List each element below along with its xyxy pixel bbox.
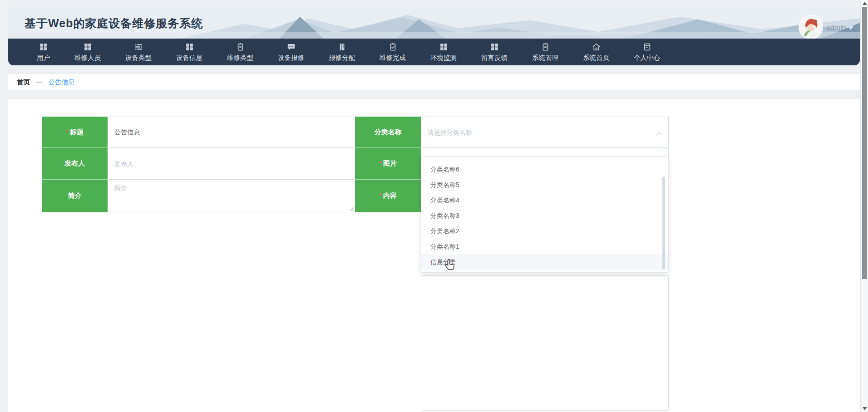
nav-item-repair-assignment[interactable]: 报修分配 bbox=[316, 39, 367, 65]
grid-icon bbox=[39, 43, 47, 51]
category-select[interactable] bbox=[421, 117, 668, 147]
nav-item-repair-staff[interactable]: 维修人员 bbox=[62, 39, 113, 65]
avatar[interactable] bbox=[799, 16, 822, 39]
home-icon bbox=[592, 43, 600, 51]
nav-item-env-monitor[interactable]: 环境监测 bbox=[418, 39, 469, 65]
label-image-text: 图片 bbox=[383, 159, 397, 168]
nav-item-system-home[interactable]: 系统首页 bbox=[571, 39, 621, 65]
label-content: * 内容 bbox=[355, 180, 421, 212]
nav-item-label: 设备信息 bbox=[176, 54, 202, 62]
dropdown-option[interactable]: 分类名称6 bbox=[421, 162, 668, 177]
nav-item-device-info[interactable]: 设备信息 bbox=[164, 39, 215, 65]
publisher-input[interactable] bbox=[108, 148, 355, 179]
dropdown-option[interactable]: 分类名称2 bbox=[421, 223, 668, 239]
nav-item-label: 维修人员 bbox=[74, 54, 101, 62]
nav-item-label: 系统首页 bbox=[583, 54, 609, 62]
breadcrumb-current[interactable]: 公告信息 bbox=[49, 78, 75, 87]
nav-item-system-management[interactable]: 系统管理 bbox=[520, 39, 571, 65]
chat-icon bbox=[287, 43, 295, 51]
category-dropdown-list: 分类名称7 分类名称6 分类名称5 分类名称4 分类名称3 分类名称2 分类名称… bbox=[421, 157, 668, 270]
label-publisher-text: 发布人 bbox=[64, 159, 85, 168]
app-header: 基于Web的家庭设备维修服务系统 admin bbox=[8, 6, 860, 39]
label-content-text: 内容 bbox=[383, 191, 397, 200]
label-intro: 简介 bbox=[42, 180, 108, 212]
label-image: * 图片 bbox=[355, 148, 421, 180]
nav-item-label: 环境监测 bbox=[430, 54, 457, 62]
clipboard-x-icon bbox=[237, 43, 244, 51]
title-field-cell bbox=[108, 117, 355, 148]
scroll-up-arrow-icon[interactable] bbox=[863, 2, 867, 5]
intro-textarea[interactable] bbox=[108, 180, 355, 212]
page-scrollbar-thumb[interactable] bbox=[862, 7, 867, 279]
nav-item-label: 系统管理 bbox=[532, 54, 558, 62]
label-category-text: 分类名称 bbox=[375, 128, 402, 137]
username-label[interactable]: admin bbox=[826, 24, 846, 32]
avatar-image bbox=[799, 16, 822, 39]
page-title: 基于Web的家庭设备维修服务系统 bbox=[25, 16, 203, 31]
publisher-field-cell bbox=[108, 148, 355, 180]
dropdown-option[interactable]: 分类名称5 bbox=[421, 177, 668, 192]
required-mark: * bbox=[379, 159, 382, 167]
nav-item-label: 维修类型 bbox=[227, 54, 253, 62]
grid-icon bbox=[84, 43, 92, 51]
list-icon bbox=[135, 43, 143, 51]
card-icon bbox=[643, 43, 651, 51]
required-mark: * bbox=[66, 128, 69, 136]
main-nav: 用户 维修人员 设备类型 设备信息 维修类型 设备报修 报修分配 维修完成 环境… bbox=[8, 39, 860, 65]
grid-icon bbox=[491, 43, 498, 51]
dropdown-option[interactable]: 分类名称4 bbox=[421, 192, 668, 208]
dropdown-option[interactable]: 分类名称7 bbox=[421, 157, 668, 162]
nav-item-label: 报修分配 bbox=[329, 54, 355, 62]
page-scrollbar[interactable] bbox=[860, 0, 868, 412]
nav-item-feedback[interactable]: 留言反馈 bbox=[469, 39, 520, 65]
breadcrumb: 首页 — 公告信息 bbox=[8, 74, 860, 90]
category-dropdown: 分类名称7 分类名称6 分类名称5 分类名称4 分类名称3 分类名称2 分类名称… bbox=[421, 157, 669, 273]
required-mark: * bbox=[379, 191, 382, 199]
notebook-icon bbox=[338, 43, 346, 51]
document-icon bbox=[542, 43, 549, 51]
nav-item-users[interactable]: 用户 bbox=[25, 39, 62, 65]
label-title-text: 标题 bbox=[70, 128, 84, 137]
nav-item-device-repair-report[interactable]: 设备报修 bbox=[266, 39, 316, 65]
nav-item-personal-center[interactable]: 个人中心 bbox=[621, 39, 672, 65]
breadcrumb-separator: — bbox=[36, 78, 43, 86]
nav-item-repair-type[interactable]: 维修类型 bbox=[215, 39, 266, 65]
nav-item-label: 设备报修 bbox=[278, 54, 304, 62]
nav-item-repair-complete[interactable]: 维修完成 bbox=[367, 39, 418, 65]
label-intro-text: 简介 bbox=[68, 191, 82, 200]
label-publisher: 发布人 bbox=[42, 148, 108, 180]
grid-icon bbox=[440, 43, 448, 51]
content-editor-area[interactable] bbox=[421, 275, 669, 411]
dropdown-scrollbar-thumb[interactable] bbox=[662, 177, 665, 270]
nav-item-label: 用户 bbox=[37, 54, 50, 62]
title-input[interactable] bbox=[108, 117, 355, 147]
dropdown-option[interactable]: 分类名称1 bbox=[421, 239, 668, 254]
label-category: 分类名称 bbox=[355, 117, 421, 148]
dropdown-option[interactable]: 分类名称3 bbox=[421, 208, 668, 223]
grid-icon bbox=[186, 43, 193, 51]
label-title: * 标题 bbox=[42, 117, 108, 148]
nav-item-label: 留言反馈 bbox=[481, 54, 508, 62]
nav-item-device-type[interactable]: 设备类型 bbox=[113, 39, 164, 65]
category-field-cell bbox=[421, 117, 669, 148]
intro-field-cell bbox=[108, 180, 355, 212]
nav-item-label: 个人中心 bbox=[634, 54, 660, 62]
scroll-down-arrow-icon[interactable] bbox=[863, 407, 867, 410]
dropdown-option-hovered[interactable]: 信息分类 bbox=[421, 254, 668, 270]
clipboard-check-icon bbox=[389, 43, 397, 51]
nav-item-label: 设备类型 bbox=[125, 54, 152, 62]
nav-item-label: 维修完成 bbox=[380, 54, 406, 62]
chevron-down-icon[interactable] bbox=[848, 26, 854, 30]
breadcrumb-home[interactable]: 首页 bbox=[17, 78, 30, 87]
